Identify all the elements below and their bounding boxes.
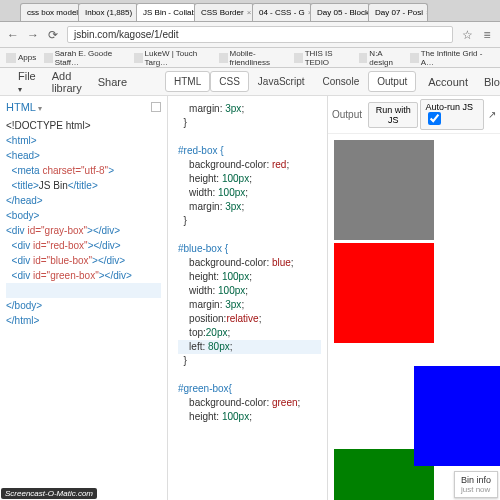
- favicon-icon: [134, 53, 143, 63]
- favicon-icon: [410, 53, 419, 63]
- account-button[interactable]: Account: [420, 72, 476, 92]
- favicon-icon: [359, 53, 367, 63]
- file-menu[interactable]: File: [10, 66, 44, 98]
- browser-tab-strip: css box model× Inbox (1,885)× JS Bin - C…: [0, 0, 500, 22]
- address-bar: ← → ⟳ jsbin.com/kagose/1/edit ☆ ≡: [0, 22, 500, 48]
- menu-icon[interactable]: ≡: [478, 26, 496, 44]
- popout-icon[interactable]: ↗: [488, 109, 496, 120]
- browser-tab[interactable]: CSS Border×: [194, 3, 254, 21]
- reload-icon[interactable]: ⟳: [44, 26, 62, 44]
- apps-icon: [6, 53, 16, 63]
- favicon-icon: [294, 53, 302, 63]
- browser-tab[interactable]: Day 05 - Block×: [310, 3, 370, 21]
- back-icon[interactable]: ←: [4, 26, 22, 44]
- auto-run-toggle[interactable]: Auto-run JS: [420, 99, 484, 130]
- bookmark-link[interactable]: Mobile-friendliness: [219, 49, 286, 67]
- browser-tab[interactable]: Day 07 - Posi×: [368, 3, 428, 21]
- output-header: Output Run with JS Auto-run JS ↗: [328, 96, 500, 134]
- html-editor[interactable]: HTML <!DOCTYPE html> <html> <head> <meta…: [0, 96, 168, 500]
- run-with-js-button[interactable]: Run with JS: [368, 102, 418, 128]
- panel-tab-group: HTML CSS JavaScript Console Output: [165, 71, 416, 92]
- output-preview: Bin info just now: [328, 134, 500, 500]
- bookmark-apps[interactable]: Apps: [6, 53, 36, 63]
- browser-tab[interactable]: 04 - CSS - G×: [252, 3, 312, 21]
- close-icon[interactable]: ×: [426, 8, 428, 17]
- blog-button[interactable]: Blog: [476, 72, 500, 92]
- browser-tab[interactable]: JS Bin - Collab×: [136, 3, 196, 21]
- tab-css[interactable]: CSS: [210, 71, 249, 92]
- url-input[interactable]: jsbin.com/kagose/1/edit: [67, 26, 453, 43]
- gray-box: [334, 140, 434, 240]
- browser-tab[interactable]: Inbox (1,885)×: [78, 3, 138, 21]
- blue-box: [414, 366, 500, 466]
- output-panel: Output Run with JS Auto-run JS ↗ Bin inf…: [328, 96, 500, 500]
- share-button[interactable]: Share: [90, 72, 135, 92]
- bookmark-link[interactable]: LukeW | Touch Targ…: [134, 49, 211, 67]
- favicon-icon: [219, 53, 227, 63]
- bookmark-link[interactable]: N:A design: [359, 49, 402, 67]
- close-icon[interactable]: ×: [247, 8, 252, 17]
- bookmark-link[interactable]: Sarah E. Goode Staff…: [44, 49, 126, 67]
- browser-tab[interactable]: css box model×: [20, 3, 80, 21]
- forward-icon[interactable]: →: [24, 26, 42, 44]
- color-swatch[interactable]: [151, 102, 161, 112]
- tab-html[interactable]: HTML: [165, 71, 210, 92]
- css-editor[interactable]: margin: 3px; } #red-box { background-col…: [168, 96, 328, 500]
- tab-output[interactable]: Output: [368, 71, 416, 92]
- add-library-button[interactable]: Add library: [44, 66, 90, 98]
- jsbin-toolbar: File Add library Share HTML CSS JavaScri…: [0, 68, 500, 96]
- panel-title-html[interactable]: HTML: [6, 100, 42, 116]
- auto-run-checkbox[interactable]: [428, 112, 441, 125]
- tab-javascript[interactable]: JavaScript: [249, 71, 314, 92]
- watermark: Screencast-O-Matic.com: [1, 488, 97, 499]
- tab-console[interactable]: Console: [314, 71, 369, 92]
- output-label: Output: [332, 109, 362, 120]
- editor-panels: HTML <!DOCTYPE html> <html> <head> <meta…: [0, 96, 500, 500]
- favicon-icon: [44, 53, 53, 63]
- red-box: [334, 243, 434, 343]
- bookmark-link[interactable]: THIS IS TEDIO: [294, 49, 351, 67]
- bookmark-link[interactable]: The Infinite Grid - A…: [410, 49, 486, 67]
- bin-info-popup[interactable]: Bin info just now: [454, 471, 498, 498]
- star-icon[interactable]: ☆: [458, 26, 476, 44]
